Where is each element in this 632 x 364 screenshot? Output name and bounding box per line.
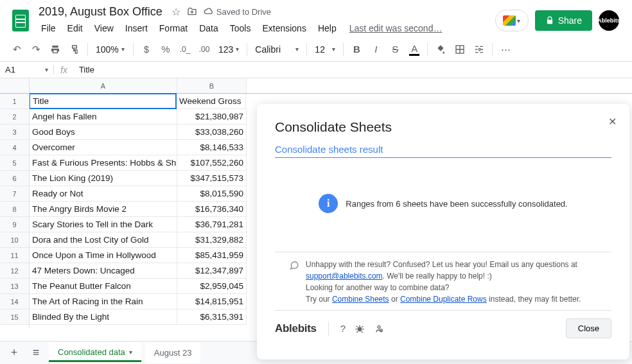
cell[interactable]: $8,146,533 [177, 140, 247, 155]
cell[interactable]: $14,815,951 [177, 294, 247, 309]
bold-button[interactable]: B [347, 40, 365, 58]
privacy-icon[interactable] [374, 324, 384, 334]
merge-button[interactable] [470, 40, 488, 58]
font-size-select[interactable]: 12▾ [311, 44, 339, 55]
cell[interactable]: $107,552,260 [177, 155, 247, 171]
menu-format[interactable]: Format [154, 21, 193, 36]
row-header[interactable]: 9 [0, 217, 29, 232]
bug-icon[interactable] [355, 324, 365, 334]
cell[interactable]: $36,791,281 [177, 217, 247, 232]
row-header[interactable]: 10 [0, 232, 29, 248]
cell[interactable]: The Art of Racing in the Rain [30, 294, 177, 309]
menu-view[interactable]: View [89, 21, 119, 36]
cell[interactable]: $21,380,987 [177, 109, 247, 125]
redo-button[interactable]: ↷ [27, 40, 45, 58]
menu-help[interactable]: Help [313, 21, 342, 36]
row-header[interactable]: 14 [0, 294, 29, 309]
undo-button[interactable]: ↶ [8, 40, 26, 58]
cell[interactable]: Dora and the Lost City of Gold [30, 232, 177, 248]
col-header-b[interactable]: B [177, 78, 247, 93]
more-formats-select[interactable]: 123▾ [215, 44, 243, 55]
select-all-corner[interactable] [0, 78, 29, 94]
account-avatar[interactable]: Ablebits [599, 10, 619, 31]
cell[interactable]: $8,015,590 [177, 186, 247, 202]
cell[interactable]: Scary Stories to Tell in the Dark [30, 217, 177, 232]
share-button[interactable]: Share [535, 10, 592, 31]
support-email-link[interactable]: support@ablebits.com [306, 272, 383, 281]
cell[interactable]: $6,315,391 [177, 309, 247, 325]
cell[interactable]: Fast & Furious Presents: Hobbs & Shaw [30, 155, 177, 171]
row-header[interactable]: 11 [0, 248, 29, 263]
doc-title[interactable]: 2019, August Box Office [36, 4, 165, 20]
cell[interactable]: $85,431,959 [177, 248, 247, 263]
fill-color-button[interactable] [432, 40, 450, 58]
combine-sheets-link[interactable]: Combine Sheets [332, 295, 389, 304]
add-sheet-button[interactable]: + [5, 344, 23, 362]
increase-decimal-button[interactable]: .00 [195, 40, 213, 58]
sheet-tab-august23[interactable]: August 23 [145, 343, 201, 363]
cell[interactable]: Title [30, 93, 177, 109]
font-select[interactable]: Calibri▾ [251, 44, 303, 55]
star-icon[interactable]: ☆ [171, 6, 180, 18]
text-color-button[interactable]: A [405, 40, 423, 58]
menu-tools[interactable]: Tools [225, 21, 256, 36]
cell[interactable]: $16,736,340 [177, 202, 247, 217]
formula-input[interactable]: Title [74, 65, 632, 74]
menu-data[interactable]: Data [194, 21, 224, 36]
menu-edit[interactable]: Edit [62, 21, 88, 36]
cell[interactable]: The Lion King (2019) [30, 171, 177, 186]
percent-button[interactable]: % [157, 40, 175, 58]
decrease-decimal-button[interactable]: .0_ [176, 40, 194, 58]
row-header[interactable]: 12 [0, 263, 29, 279]
row-header[interactable]: 6 [0, 171, 29, 186]
cell[interactable]: Overcomer [30, 140, 177, 155]
move-icon[interactable] [187, 6, 197, 17]
sheet-tab-consolidated[interactable]: Consolidated data▾ [49, 342, 141, 363]
row-header[interactable]: 2 [0, 109, 29, 125]
row-header[interactable]: 5 [0, 155, 29, 171]
combine-duplicate-rows-link[interactable]: Combine Duplicate Rows [400, 295, 487, 304]
menu-extensions[interactable]: Extensions [257, 21, 311, 36]
sheets-logo[interactable] [8, 8, 33, 33]
more-toolbar-button[interactable]: ⋯ [496, 40, 514, 58]
cell[interactable]: $33,038,260 [177, 125, 247, 140]
panel-close-button[interactable]: ✕ [608, 116, 617, 128]
row-header[interactable]: 13 [0, 279, 29, 294]
paint-format-button[interactable] [66, 40, 83, 58]
row-header[interactable]: 7 [0, 186, 29, 202]
cell[interactable]: Angel has Fallen [30, 109, 177, 125]
cell[interactable]: $12,347,897 [177, 263, 247, 279]
menu-insert[interactable]: Insert [120, 21, 153, 36]
row-header[interactable]: 1 [0, 94, 29, 109]
last-edit-link[interactable]: Last edit was second… [349, 23, 443, 33]
currency-button[interactable]: $ [137, 40, 155, 58]
row-header[interactable]: 15 [0, 309, 29, 325]
help-icon[interactable]: ? [340, 323, 346, 334]
borders-button[interactable] [451, 40, 469, 58]
menu-file[interactable]: File [36, 21, 61, 36]
cell[interactable]: Ready or Not [30, 186, 177, 202]
cell[interactable]: $2,959,045 [177, 279, 247, 294]
all-sheets-button[interactable]: ≡ [27, 344, 45, 362]
row-header[interactable]: 8 [0, 202, 29, 217]
cell[interactable]: The Angry Birds Movie 2 [30, 202, 177, 217]
col-header-a[interactable]: A [30, 78, 177, 93]
chevron-down-icon: ▾ [517, 17, 520, 24]
row-header[interactable]: 4 [0, 140, 29, 155]
italic-button[interactable]: I [367, 40, 385, 58]
print-button[interactable] [46, 40, 64, 58]
row-header[interactable]: 3 [0, 125, 29, 140]
cell[interactable]: Once Upon a Time in Hollywood [30, 248, 177, 263]
cell[interactable]: The Peanut Butter Falcon [30, 279, 177, 294]
cell[interactable]: Weekend Gross [177, 94, 246, 109]
cell[interactable]: $347,515,573 [177, 171, 247, 186]
name-box[interactable]: A1▾ [0, 65, 54, 74]
cell[interactable]: Good Boys [30, 125, 177, 140]
cell[interactable]: Blinded By the Light [30, 309, 177, 325]
strikethrough-button[interactable]: S [386, 40, 404, 58]
zoom-select[interactable]: 100%▾ [92, 44, 129, 55]
panel-close-footer-button[interactable]: Close [566, 318, 611, 338]
cell[interactable]: $31,329,882 [177, 232, 247, 248]
meet-button[interactable]: ▾ [495, 10, 529, 31]
cell[interactable]: 47 Meters Down: Uncaged [30, 263, 177, 279]
